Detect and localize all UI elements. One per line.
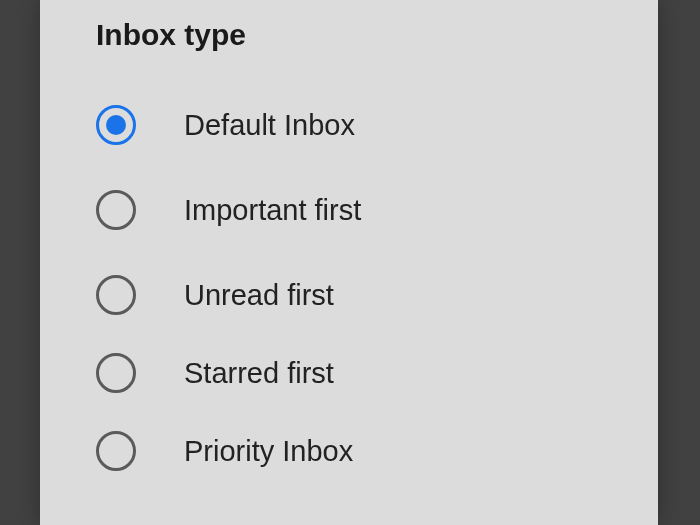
modal-shade-left [0, 0, 40, 525]
option-label: Starred first [184, 357, 334, 390]
option-label: Default Inbox [184, 109, 355, 142]
option-label: Unread first [184, 279, 334, 312]
radio-unselected-icon [96, 190, 136, 230]
inbox-type-options: Default Inbox Important first Unread fir… [40, 86, 658, 490]
radio-unselected-icon [96, 353, 136, 393]
radio-selected-icon [96, 105, 136, 145]
radio-unselected-icon [96, 275, 136, 315]
option-default-inbox[interactable]: Default Inbox [40, 86, 658, 164]
dialog-title: Inbox type [96, 18, 658, 52]
inbox-type-dialog: Inbox type Default Inbox Important first… [40, 0, 658, 525]
option-label: Priority Inbox [184, 435, 353, 468]
option-label: Important first [184, 194, 361, 227]
option-priority-inbox[interactable]: Priority Inbox [40, 412, 658, 490]
option-starred-first[interactable]: Starred first [40, 334, 658, 412]
radio-unselected-icon [96, 431, 136, 471]
option-important-first[interactable]: Important first [40, 164, 658, 256]
modal-shade-right [658, 0, 700, 525]
option-unread-first[interactable]: Unread first [40, 256, 658, 334]
